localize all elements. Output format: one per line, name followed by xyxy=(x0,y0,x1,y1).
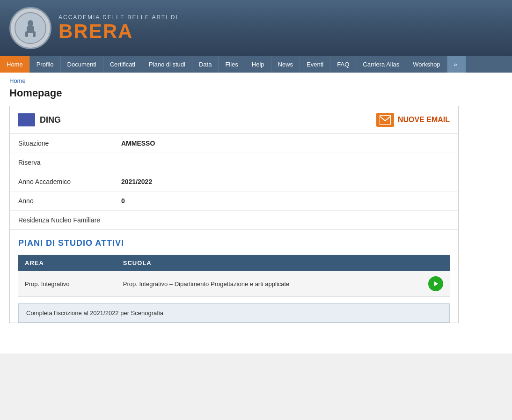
nav-item-more[interactable]: » xyxy=(447,56,466,73)
nav-item-documenti[interactable]: Documenti xyxy=(61,56,103,73)
page-title: Homepage xyxy=(9,87,503,99)
info-value: AMMESSO xyxy=(121,140,155,147)
main-nav: HomeProfiloDocumentiCertificatiPiano di … xyxy=(0,56,512,73)
table-header-row: AREA SCUOLA xyxy=(18,255,450,271)
user-name: DING xyxy=(40,115,61,125)
email-icon xyxy=(376,113,394,127)
logo-subtitle: Accademia delle Belle Arti di xyxy=(59,14,178,21)
homepage-card: DING NUOVE EMAIL SituazioneAMMESSORiserv… xyxy=(9,106,459,323)
col-area: AREA xyxy=(18,255,117,271)
info-value: 2021/2022 xyxy=(121,178,152,185)
table-row: Prop. IntegrativoProp. Integrativo – Dip… xyxy=(18,271,450,297)
nav-item-files[interactable]: Files xyxy=(219,56,245,73)
logo-title: BRERA xyxy=(59,21,178,42)
info-row: Anno0 xyxy=(10,192,458,211)
nav-item-data[interactable]: Data xyxy=(192,56,219,73)
avatar xyxy=(18,113,35,126)
svg-rect-5 xyxy=(380,115,391,125)
info-value: 0 xyxy=(121,197,125,205)
nav-item-eventi[interactable]: Eventi xyxy=(300,56,330,73)
logo-text: Accademia delle Belle Arti di BRERA xyxy=(59,14,178,42)
info-label: Anno xyxy=(18,197,121,205)
svg-rect-6 xyxy=(380,115,391,125)
piani-section: PIANI DI STUDIO ATTIVI AREA SCUOLA Prop.… xyxy=(10,230,458,323)
cell-action xyxy=(422,271,450,297)
info-row: Residenza Nucleo Familiare xyxy=(10,211,458,229)
nav-item-profilo[interactable]: Profilo xyxy=(30,56,61,73)
info-label: Situazione xyxy=(18,140,121,147)
piani-tbody: Prop. IntegrativoProp. Integrativo – Dip… xyxy=(18,271,450,297)
nav-item-faq[interactable]: FAQ xyxy=(330,56,356,73)
card-user: DING xyxy=(18,113,61,126)
info-label: Residenza Nucleo Familiare xyxy=(18,216,121,224)
nav-item-help[interactable]: Help xyxy=(245,56,271,73)
col-scuola: SCUOLA xyxy=(117,255,422,271)
breadcrumb[interactable]: Home xyxy=(9,77,503,84)
info-table: SituazioneAMMESSORiservaAnno Accademico2… xyxy=(10,134,458,230)
svg-rect-3 xyxy=(25,31,28,37)
email-label: NUOVE EMAIL xyxy=(398,116,450,124)
logo-circle xyxy=(9,7,51,49)
info-label: Anno Accademico xyxy=(18,178,121,185)
svg-rect-4 xyxy=(33,31,36,37)
piani-title: PIANI DI STUDIO ATTIVI xyxy=(18,238,450,248)
site-header: Accademia delle Belle Arti di BRERA xyxy=(0,0,512,56)
nav-item-carriera-alias[interactable]: Carriera Alias xyxy=(356,56,406,73)
cell-scuola: Prop. Integrativo – Dipartimento Progett… xyxy=(117,271,422,297)
cell-area: Prop. Integrativo xyxy=(18,271,117,297)
main-content: Home Homepage DING NUOVE EMAIL Situaz xyxy=(0,73,512,354)
notice-box: Completa l'iscrizione al 2021/2022 per S… xyxy=(18,303,450,323)
nav-item-home[interactable]: Home xyxy=(0,56,30,73)
nav-item-piano-di-studi[interactable]: Piano di studi xyxy=(142,56,192,73)
email-link[interactable]: NUOVE EMAIL xyxy=(376,113,450,127)
col-action xyxy=(422,255,450,271)
nav-item-certificati[interactable]: Certificati xyxy=(103,56,142,73)
info-label: Riserva xyxy=(18,159,121,166)
nav-item-workshop[interactable]: Workshop xyxy=(406,56,447,73)
piani-table: AREA SCUOLA Prop. IntegrativoProp. Integ… xyxy=(18,255,450,297)
info-row: SituazioneAMMESSO xyxy=(10,134,458,153)
info-row: Anno Accademico2021/2022 xyxy=(10,172,458,192)
svg-point-1 xyxy=(28,20,33,27)
info-row: Riserva xyxy=(10,153,458,172)
nav-item-news[interactable]: News xyxy=(271,56,300,73)
card-header: DING NUOVE EMAIL xyxy=(10,106,458,134)
go-button[interactable] xyxy=(428,276,443,291)
